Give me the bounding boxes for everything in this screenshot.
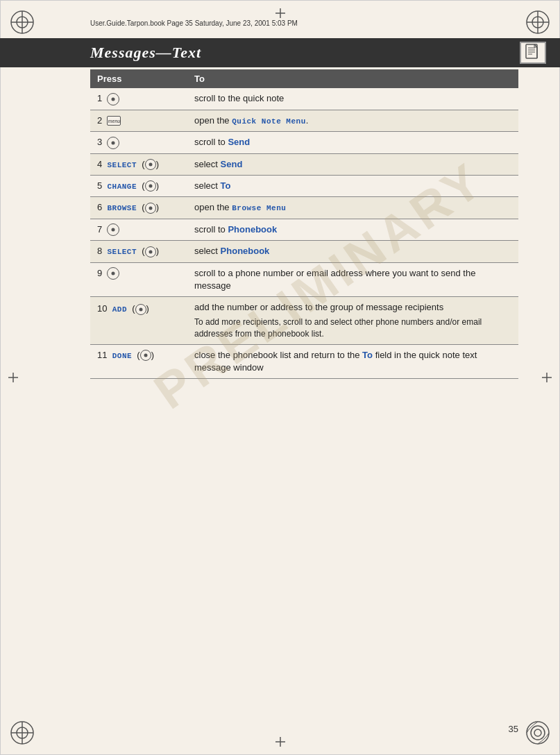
- crosshair-top: [275, 8, 285, 18]
- press-cell: 1: [90, 88, 187, 110]
- to-cell: scroll to a phone number or email addres…: [187, 262, 518, 296]
- cmd-text: SELECT: [107, 161, 137, 169]
- cmd-text: CHANGE: [107, 183, 137, 191]
- main-content: Press To 1 scroll to the quick note 2 me…: [90, 69, 518, 713]
- to-text: scroll to Phonebook: [194, 224, 277, 235]
- table-row: 9 scroll to a phone number or email addr…: [90, 262, 518, 296]
- table-row: 4 SELECT () select Send: [90, 153, 518, 175]
- to-text: open the Quick Note Menu.: [194, 115, 308, 126]
- svg-rect-23: [526, 44, 537, 58]
- document-icon: [520, 42, 546, 64]
- dest-text: Send: [221, 159, 243, 169]
- to-cell: close the phonebook list and return to t…: [187, 344, 518, 378]
- corner-ornament-tr: [524, 8, 552, 36]
- crosshair-right: [542, 373, 552, 382]
- table-row: 8 SELECT () select Phonebook: [90, 241, 518, 262]
- step-number: 2: [97, 115, 102, 126]
- svg-point-13: [531, 726, 545, 740]
- dest-text: Phonebook: [228, 224, 277, 235]
- page-title: Messages—Text: [90, 44, 201, 62]
- scroll-icon: [107, 223, 119, 236]
- crosshair-left: [8, 373, 18, 382]
- cmd-text: DONE: [112, 352, 132, 360]
- file-info: User.Guide.Tarpon.book Page 35 Saturday,…: [90, 19, 298, 27]
- to-text: close the phonebook list and return to t…: [194, 350, 477, 373]
- table-row: 10 ADD () add the number or address to t…: [90, 297, 518, 345]
- step-number: 5: [97, 180, 102, 191]
- instruction-table: Press To 1 scroll to the quick note 2 me…: [90, 69, 518, 379]
- corner-ornament-tl: [8, 8, 36, 36]
- press-cell: 4 SELECT (): [90, 153, 187, 175]
- header-bar: Messages—Text: [0, 38, 560, 67]
- button-icon: [145, 246, 156, 257]
- step-number: 3: [97, 137, 102, 147]
- to-cell: select Send: [187, 153, 518, 175]
- step-number: 8: [97, 246, 102, 256]
- table-row: 7 scroll to Phonebook: [90, 219, 518, 241]
- to-text: scroll to Send: [194, 137, 250, 147]
- dest-text: To: [221, 180, 231, 191]
- to-text: select Phonebook: [194, 246, 269, 256]
- note-text: To add more recipients, scroll to and se…: [194, 316, 511, 340]
- step-number: 7: [97, 224, 102, 235]
- cmd-text: SELECT: [107, 248, 137, 256]
- table-row: 3 scroll to Send: [90, 131, 518, 153]
- button-icon: [135, 304, 146, 315]
- scroll-icon: [107, 93, 119, 105]
- svg-point-12: [527, 722, 549, 744]
- button-icon: [145, 159, 156, 170]
- table-row: 1 scroll to the quick note: [90, 88, 518, 110]
- to-text: select To: [194, 180, 231, 191]
- header-press: Press: [90, 69, 187, 88]
- step-number: 9: [97, 268, 102, 278]
- to-cell: scroll to Phonebook: [187, 219, 518, 241]
- press-cell: 11 DONE (): [90, 344, 187, 378]
- code-text: Browse Menu: [232, 204, 286, 212]
- corner-ornament-bl: [8, 719, 36, 747]
- corner-ornament-br: [524, 719, 552, 747]
- to-cell: open the Quick Note Menu.: [187, 110, 518, 131]
- to-text: scroll to a phone number or email addres…: [194, 268, 475, 291]
- page-number: 35: [509, 724, 518, 734]
- to-cell: scroll to Send: [187, 131, 518, 153]
- press-cell: 5 CHANGE (): [90, 175, 187, 196]
- code-text: Quick Note Menu: [232, 117, 306, 126]
- crosshair-bottom: [275, 737, 285, 747]
- button-icon: [145, 180, 156, 192]
- press-cell: 3: [90, 131, 187, 153]
- to-text: add the number or address to the group o…: [194, 302, 443, 312]
- table-row: 2 menu open the Quick Note Menu.: [90, 110, 518, 131]
- to-cell: select Phonebook: [187, 241, 518, 262]
- step-number: 11: [97, 350, 107, 360]
- press-cell: 7: [90, 219, 187, 241]
- press-cell: 6 BROWSE (): [90, 197, 187, 219]
- to-text: open the Browse Menu: [194, 202, 286, 212]
- to-cell: select To: [187, 175, 518, 196]
- table-row: 5 CHANGE () select To: [90, 175, 518, 196]
- header-to: To: [187, 69, 518, 88]
- press-cell: 9: [90, 262, 187, 296]
- to-cell: add the number or address to the group o…: [187, 297, 518, 345]
- table-row: 6 BROWSE () open the Browse Menu: [90, 197, 518, 219]
- cmd-text: BROWSE: [107, 204, 137, 212]
- to-text: select Send: [194, 159, 242, 169]
- press-cell: 2 menu: [90, 110, 187, 131]
- press-cell: 8 SELECT (): [90, 241, 187, 262]
- to-text: scroll to the quick note: [194, 93, 284, 103]
- table-header-row: Press To: [90, 69, 518, 88]
- menu-icon: menu: [107, 116, 121, 126]
- table-row: 11 DONE () close the phonebook list and …: [90, 344, 518, 378]
- step-number: 4: [97, 159, 102, 169]
- dest-text: Send: [228, 137, 250, 147]
- cmd-text: ADD: [112, 305, 127, 314]
- svg-point-14: [534, 729, 541, 736]
- step-number: 10: [97, 303, 107, 314]
- scroll-icon: [107, 267, 119, 280]
- press-cell: 10 ADD (): [90, 297, 187, 345]
- dest-text: To: [362, 350, 373, 360]
- dest-text: Phonebook: [221, 246, 270, 256]
- button-icon: [145, 203, 156, 214]
- to-cell: open the Browse Menu: [187, 197, 518, 219]
- to-cell: scroll to the quick note: [187, 88, 518, 110]
- scroll-icon: [107, 137, 119, 149]
